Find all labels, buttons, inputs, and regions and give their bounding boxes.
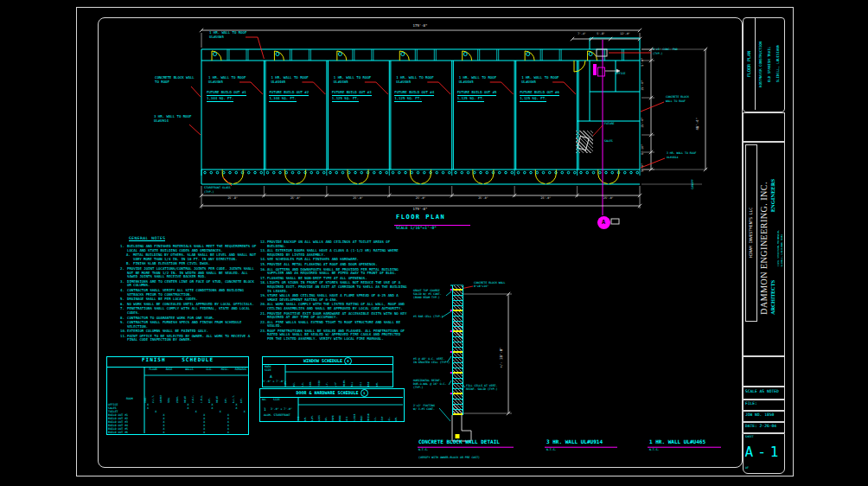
unit-area-text: 1,344 SQ. FT. — [207, 97, 233, 102]
note-item: 19.STORE WALLS AND CEILING SHALL HAVE A … — [260, 294, 407, 302]
door-col-label: W.S. — [374, 417, 377, 422]
unit-wall-label: UL#U465 — [396, 80, 411, 85]
dim-label-right: 5'-0" — [641, 163, 645, 172]
finish-col-label: A.C.T. — [233, 395, 235, 403]
firm-name: DAMMON ENGINEERING. INC. — [759, 182, 769, 315]
door-row-type: ALUM. STOREFRONT — [264, 414, 290, 418]
finish-group-header: REMARKS — [233, 368, 248, 372]
firm-small-text-2: SLIDELL, LOUISIANA TEXAS — [781, 234, 783, 266]
note-number: 11. — [120, 335, 127, 342]
block-left-label: (BOND BEAM TYP.) — [413, 297, 440, 300]
dim-label-right-total: 48'-4" — [696, 118, 700, 130]
label-left-3hr-wall: UL#U914 — [154, 119, 169, 124]
finish-col-label: C.M.U. — [201, 395, 203, 403]
sheet-number: A-1 — [744, 444, 784, 460]
note-number: 23. — [260, 329, 267, 342]
note-item: 21.PROVIDE POSITIVE EXIT DOOR HARDWARE A… — [260, 312, 407, 320]
finish-col-label: V.C.T. — [152, 395, 155, 403]
note-item: 20.ALL WORK SHALL COMPLY WITH THE LISTED… — [260, 303, 407, 310]
note-number: 9. — [120, 321, 127, 329]
dim-label-right: 5'-4" — [641, 58, 645, 67]
finish-mark: X — [155, 411, 156, 414]
dim-label-bay: 25'-0" — [596, 197, 622, 201]
titleblock-scale-box: SCALE AS NOTED — [743, 387, 785, 400]
titleblock-date-box: DATE: 2-26-04 — [743, 422, 785, 433]
finish-group-header: BASE — [161, 368, 177, 372]
window-col-label: HEAD — [367, 382, 370, 387]
window-col-label: REM. — [376, 382, 379, 387]
unit-area: 1,125 SQ. FT. — [332, 97, 359, 102]
door-row-no: 1 — [264, 407, 266, 412]
finish-row-label: BUILD OUT #6 — [108, 432, 128, 435]
note-text: PROVIDE JOINT LOCATIONS/CONTROL JOINTS P… — [127, 267, 258, 279]
block-left-label: (TYP.) — [413, 387, 424, 390]
door-col-label: CLOSER — [354, 414, 356, 422]
finish-room-label: ROOM — [126, 398, 133, 401]
general-notes-right: 12.PROVIDE BACKUP ON ALL WALLS AND CEILI… — [260, 240, 407, 342]
dim-label-overall-bottom: 175'-8" — [403, 208, 437, 212]
note-number: 4. — [120, 289, 127, 297]
unit-wall-label: UL#U465 — [271, 80, 285, 85]
unit-name: FUTURE BUILD OUT #4 — [394, 91, 434, 96]
dim-label-bay: 25'-8" — [220, 197, 246, 201]
note-number: A. — [126, 253, 133, 261]
note-item: 18.LIGHTS OR SIGNS IN FRONT OF STORES SH… — [260, 281, 407, 293]
window-row-mark: A — [270, 374, 272, 379]
block-detail-nts: N.T.S. — [418, 449, 429, 452]
finish-col-label: PAINT — [184, 396, 187, 403]
block-height-dim: +/- 18'-0" — [500, 348, 504, 368]
dim-label: 5'-8" — [590, 33, 611, 36]
note-item: 4.CONTRACTOR SHALL VERIFY ALL SITE CONDI… — [120, 289, 258, 297]
note-text: LIGHTS OR SIGNS IN FRONT OF STORES SHALL… — [267, 281, 407, 293]
door-col-label: H.M. — [304, 417, 307, 422]
finish-mark: X — [211, 407, 213, 411]
finish-col-label: CARPET — [160, 395, 163, 403]
door-size-header: SIZE — [273, 399, 280, 402]
note-text: PROVIDE ALL METAL FLASHING AT ROOF AND D… — [267, 263, 407, 267]
note-item: 12.PROVIDE BACKUP ON ALL WALLS AND CEILI… — [260, 240, 407, 248]
note-item: 3.DIMENSIONS ARE TO CENTER LINE OR FACE … — [120, 280, 258, 288]
label-right-concrete-block: WALL TO ROOF — [666, 100, 686, 104]
titleblock-job-box: JOB NO. 1850 — [743, 411, 785, 422]
label-top-1hr-wall: UL#U465 — [209, 35, 224, 40]
client-line-2: OLD SPANISH TRAIL — [765, 18, 774, 110]
titleblock-sheet-box: SHEET A-1 OF — [743, 433, 785, 474]
dim-label-bay: 25'-0" — [345, 197, 371, 201]
note-text: CONTRACTOR SHALL VERIFY ALL SITE CONDITI… — [127, 289, 258, 297]
unit-name-text: FUTURE BUILD OUT #2 — [269, 91, 309, 96]
label-right-3hr-wall: UL#U914 — [667, 157, 678, 160]
door-col-label: PANIC — [361, 415, 363, 422]
note-item: 1.BUILDING AND FINISHED MATERIALS SHALL … — [120, 245, 258, 253]
unit-area-text: 1,125 SQ. FT. — [394, 97, 421, 102]
titleblock-project-box: FLOOR PLAN KOSTMAYER CONSTRUCTION OLD SP… — [743, 17, 785, 112]
unit-area-text: 1,125 SQ. FT. — [457, 97, 484, 102]
titleblock-file-box: FILE: — [743, 400, 785, 411]
door-col-label: SIL. — [388, 417, 391, 422]
window-col-label: ALUM. — [284, 380, 287, 387]
finish-mark: X — [227, 432, 229, 435]
note-number: 13. — [260, 249, 267, 257]
finish-col-label: PAINT — [216, 396, 219, 403]
titleblock-firm-box: HIRAM INVESTMENTS LLC DAMMON ENGINEERING… — [743, 142, 785, 356]
note-text: ALL FIRE WALLS SHALL EXTEND TIGHT TO ROO… — [267, 321, 407, 329]
wall3hr-detail-title: 3 HR. WALL UL#U914 — [546, 439, 603, 445]
plan-title: FLOOR PLAN — [396, 214, 445, 221]
note-number: 12. — [260, 240, 267, 248]
note-text: ALL WORK SHALL COMPLY WITH THE LISTED RA… — [267, 303, 407, 310]
finish-mark: X — [163, 432, 165, 435]
finish-mark: X — [235, 407, 237, 411]
block-wall-section — [452, 285, 463, 415]
wall1hr-detail-title: 1 HR. WALL UL#U465 — [649, 439, 705, 445]
note-number: 18. — [260, 281, 267, 293]
sheet-word: SHEET — [745, 436, 754, 439]
door-col-label: GLASS — [318, 415, 321, 422]
block-left-label: W/ 3-#5 CONT. — [413, 408, 435, 412]
note-item: A.METAL BUILDING BY OTHERS. SLAB SHALL B… — [126, 253, 258, 261]
owner-cell: HIRAM INVESTMENTS LLC — [745, 144, 757, 322]
window-col-label: SILL — [360, 382, 362, 387]
note-text: PROVIDE BACKUP ON ALL WALLS AND CEILINGS… — [267, 240, 407, 248]
room-label-future: FUTURE — [604, 123, 615, 126]
section-marker: A — [597, 216, 610, 229]
note-text: CONTRACTOR SHALL FURNISH SPECS AND FINIS… — [127, 321, 258, 329]
project-title-label: FLOOR PLAN — [747, 51, 752, 77]
